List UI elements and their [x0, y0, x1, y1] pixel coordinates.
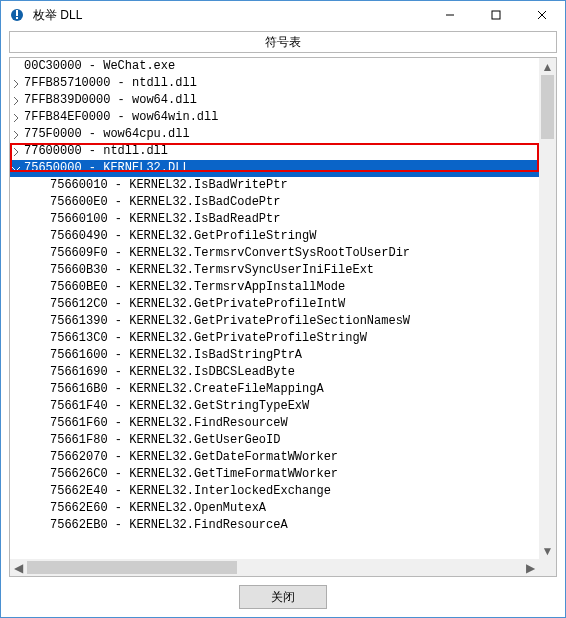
list-item[interactable]: 75662E60 - KERNEL32.OpenMutexA	[10, 500, 539, 517]
list-item[interactable]: 756600E0 - KERNEL32.IsBadCodePtr	[10, 194, 539, 211]
scrollbar-corner	[539, 559, 556, 576]
list-item-label: 75662E60 - KERNEL32.OpenMutexA	[22, 500, 266, 517]
vertical-scroll-thumb[interactable]	[541, 75, 554, 139]
list-item-label: 75660010 - KERNEL32.IsBadWritePtr	[22, 177, 288, 194]
scroll-up-icon[interactable]: ▲	[539, 58, 556, 75]
titlebar[interactable]: 枚举 DLL	[1, 1, 565, 29]
list-item[interactable]: 75661690 - KERNEL32.IsDBCSLeadByte	[10, 364, 539, 381]
scroll-left-icon[interactable]: ◀	[10, 559, 27, 576]
list-item-label: 7FFB84EF0000 - wow64win.dll	[22, 109, 218, 126]
list-item[interactable]: 756612C0 - KERNEL32.GetPrivateProfileInt…	[10, 296, 539, 313]
svg-rect-4	[492, 11, 500, 19]
svg-rect-1	[16, 10, 18, 16]
list-item[interactable]: 75660010 - KERNEL32.IsBadWritePtr	[10, 177, 539, 194]
list-item[interactable]: 75661390 - KERNEL32.GetPrivateProfileSec…	[10, 313, 539, 330]
list-item-label: 75661F60 - KERNEL32.FindResourceW	[22, 415, 288, 432]
list-item[interactable]: 77600000 - ntdll.dll	[10, 143, 539, 160]
list-item[interactable]: 7FFB839D0000 - wow64.dll	[10, 92, 539, 109]
list-item[interactable]: 75660490 - KERNEL32.GetProfileStringW	[10, 228, 539, 245]
list-item-label: 75660100 - KERNEL32.IsBadReadPtr	[22, 211, 280, 228]
list-item-label: 75661F40 - KERNEL32.GetStringTypeExW	[22, 398, 309, 415]
list-item[interactable]: 75660B30 - KERNEL32.TermsrvSyncUserIniFi…	[10, 262, 539, 279]
list-item-label: 75661600 - KERNEL32.IsBadStringPtrA	[22, 347, 302, 364]
app-icon	[7, 5, 27, 25]
list-item-label: 75660BE0 - KERNEL32.TermsrvAppInstallMod…	[22, 279, 345, 296]
list-item[interactable]: 75661F80 - KERNEL32.GetUserGeoID	[10, 432, 539, 449]
list-item-label: 756609F0 - KERNEL32.TermsrvConvertSysRoo…	[22, 245, 410, 262]
list-item[interactable]: 7FFB84EF0000 - wow64win.dll	[10, 109, 539, 126]
list-item[interactable]: 75662E40 - KERNEL32.InterlockedExchange	[10, 483, 539, 500]
list-item-label: 00C30000 - WeChat.exe	[22, 58, 175, 75]
list-item[interactable]: 75650000 - KERNEL32.DLL	[10, 160, 539, 177]
chevron-right-icon[interactable]	[10, 114, 22, 122]
list-item-label: 75662E40 - KERNEL32.InterlockedExchange	[22, 483, 331, 500]
list-item-label: 75661690 - KERNEL32.IsDBCSLeadByte	[22, 364, 295, 381]
list-item[interactable]: 7FFB85710000 - ntdll.dll	[10, 75, 539, 92]
scroll-right-icon[interactable]: ▶	[522, 559, 539, 576]
list-item[interactable]: 775F0000 - wow64cpu.dll	[10, 126, 539, 143]
list-item-label: 7FFB839D0000 - wow64.dll	[22, 92, 197, 109]
vertical-scrollbar[interactable]: ▲ ▼	[539, 58, 556, 559]
close-button[interactable]: 关闭	[239, 585, 327, 609]
window: 枚举 DLL 符号表 00C30000 - WeChat.exe7FFB8571…	[0, 0, 566, 618]
chevron-right-icon[interactable]	[10, 97, 22, 105]
list-item[interactable]: 75661600 - KERNEL32.IsBadStringPtrA	[10, 347, 539, 364]
list-item[interactable]: 75662070 - KERNEL32.GetDateFormatWWorker	[10, 449, 539, 466]
horizontal-scroll-thumb[interactable]	[27, 561, 237, 574]
scroll-down-icon[interactable]: ▼	[539, 542, 556, 559]
list-item-label: 75660490 - KERNEL32.GetProfileStringW	[22, 228, 316, 245]
list-item-label: 756600E0 - KERNEL32.IsBadCodePtr	[22, 194, 280, 211]
list-item-label: 756626C0 - KERNEL32.GetTimeFormatWWorker	[22, 466, 338, 483]
chevron-right-icon[interactable]	[10, 131, 22, 139]
list-item[interactable]: 75662EB0 - KERNEL32.FindResourceA	[10, 517, 539, 534]
dialog-footer: 关闭	[1, 577, 565, 617]
list-item-label: 75662EB0 - KERNEL32.FindResourceA	[22, 517, 288, 534]
chevron-down-icon[interactable]	[10, 165, 22, 173]
list-item-label: 77600000 - ntdll.dll	[22, 143, 168, 160]
chevron-right-icon[interactable]	[10, 80, 22, 88]
list-item[interactable]: 756609F0 - KERNEL32.TermsrvConvertSysRoo…	[10, 245, 539, 262]
horizontal-scroll-track[interactable]	[27, 559, 522, 576]
list-item[interactable]: 75661F60 - KERNEL32.FindResourceW	[10, 415, 539, 432]
list-item-label: 7FFB85710000 - ntdll.dll	[22, 75, 197, 92]
close-window-button[interactable]	[519, 1, 565, 29]
column-header: 符号表	[9, 31, 557, 53]
list-item-label: 756613C0 - KERNEL32.GetPrivateProfileStr…	[22, 330, 367, 347]
symbol-list[interactable]: 00C30000 - WeChat.exe7FFB85710000 - ntdl…	[9, 57, 557, 577]
list-item[interactable]: 75661F40 - KERNEL32.GetStringTypeExW	[10, 398, 539, 415]
list-item-label: 75660B30 - KERNEL32.TermsrvSyncUserIniFi…	[22, 262, 374, 279]
list-item[interactable]: 756626C0 - KERNEL32.GetTimeFormatWWorker	[10, 466, 539, 483]
column-header-label: 符号表	[265, 34, 301, 51]
maximize-button[interactable]	[473, 1, 519, 29]
list-item[interactable]: 00C30000 - WeChat.exe	[10, 58, 539, 75]
svg-rect-2	[16, 17, 18, 19]
horizontal-scrollbar[interactable]: ◀ ▶	[10, 559, 539, 576]
chevron-right-icon[interactable]	[10, 148, 22, 156]
list-item-label: 75661F80 - KERNEL32.GetUserGeoID	[22, 432, 280, 449]
window-title: 枚举 DLL	[33, 7, 82, 24]
list-item-label: 75662070 - KERNEL32.GetDateFormatWWorker	[22, 449, 338, 466]
list-item-label: 756616B0 - KERNEL32.CreateFileMappingA	[22, 381, 324, 398]
list-item-label: 75650000 - KERNEL32.DLL	[22, 160, 190, 177]
list-item[interactable]: 756613C0 - KERNEL32.GetPrivateProfileStr…	[10, 330, 539, 347]
list-item[interactable]: 75660100 - KERNEL32.IsBadReadPtr	[10, 211, 539, 228]
list-item[interactable]: 75660BE0 - KERNEL32.TermsrvAppInstallMod…	[10, 279, 539, 296]
list-item-label: 775F0000 - wow64cpu.dll	[22, 126, 190, 143]
list-item-label: 75661390 - KERNEL32.GetPrivateProfileSec…	[22, 313, 410, 330]
list-item-label: 756612C0 - KERNEL32.GetPrivateProfileInt…	[22, 296, 345, 313]
minimize-button[interactable]	[427, 1, 473, 29]
list-item[interactable]: 756616B0 - KERNEL32.CreateFileMappingA	[10, 381, 539, 398]
vertical-scroll-track[interactable]	[539, 75, 556, 542]
